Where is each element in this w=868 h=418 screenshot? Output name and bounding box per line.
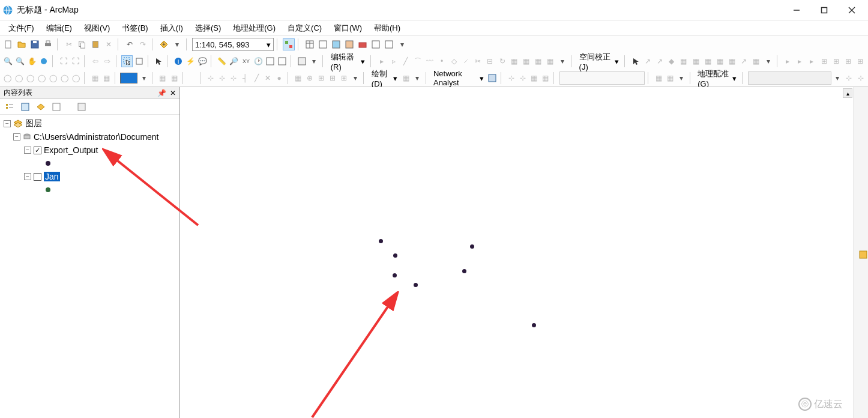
tool-icon[interactable]: ✕ xyxy=(263,72,273,84)
tool-icon[interactable]: ▦ xyxy=(529,72,539,84)
measure-icon[interactable]: 📏 xyxy=(217,55,228,67)
copy-icon[interactable] xyxy=(76,38,88,50)
list-by-visibility-icon[interactable] xyxy=(35,101,47,113)
pointer-icon[interactable] xyxy=(153,55,164,67)
na-input[interactable] xyxy=(559,71,645,85)
html-popup-icon[interactable]: 💬 xyxy=(197,55,208,67)
tool-icon[interactable]: ◯ xyxy=(37,72,47,84)
adjust-tool-icon[interactable]: ▦ xyxy=(726,55,737,67)
rotate-icon[interactable]: ↻ xyxy=(496,55,507,67)
options-icon[interactable] xyxy=(76,101,88,113)
menu-edit[interactable]: 编辑(E) xyxy=(40,22,78,35)
tool-icon[interactable] xyxy=(330,38,342,50)
close-button[interactable] xyxy=(838,1,866,19)
cut-icon[interactable]: ✂ xyxy=(63,38,75,50)
line-tool-icon[interactable]: ╱ xyxy=(400,55,411,67)
edit-tool-icon[interactable]: ▸ xyxy=(376,55,387,67)
fixed-zoom-in-icon[interactable]: ⛶ xyxy=(58,55,69,67)
menu-window[interactable]: 窗口(W) xyxy=(328,22,368,35)
tool-icon[interactable]: ◯ xyxy=(71,72,81,84)
identify-icon[interactable]: i xyxy=(173,55,184,67)
tool-icon[interactable]: ⊞ xyxy=(831,55,842,67)
adjust-tool-icon[interactable]: ▦ xyxy=(702,55,713,67)
tool-icon[interactable]: ▦ xyxy=(169,72,179,84)
map-feature-point[interactable] xyxy=(414,283,418,287)
open-icon[interactable] xyxy=(16,38,28,50)
tool-icon[interactable]: ⊹ xyxy=(506,72,516,84)
na-window-icon[interactable] xyxy=(487,72,498,84)
sketch-icon[interactable]: ▦ xyxy=(521,55,532,67)
pin-icon[interactable]: 📌 xyxy=(157,89,166,97)
tool-icon[interactable]: ⊞ xyxy=(327,72,337,84)
minimize-button[interactable] xyxy=(783,1,810,19)
tool-icon[interactable]: ◯ xyxy=(2,72,13,84)
full-extent-icon[interactable] xyxy=(38,55,49,67)
viewer-icon[interactable] xyxy=(277,55,288,67)
dropdown-icon[interactable]: ▾ xyxy=(833,72,843,84)
select-tool-icon[interactable] xyxy=(630,55,641,67)
map-feature-point[interactable] xyxy=(462,269,466,273)
map-feature-point[interactable] xyxy=(393,253,397,258)
collapse-icon[interactable]: − xyxy=(4,120,11,127)
dropdown-icon[interactable]: ▾ xyxy=(309,55,319,67)
dropdown-icon[interactable]: ▾ xyxy=(396,38,408,50)
tool-icon[interactable] xyxy=(343,38,355,50)
zoom-out-icon[interactable]: 🔍 xyxy=(14,55,25,67)
layer-checkbox[interactable] xyxy=(34,147,41,154)
tool-icon[interactable]: ▦ xyxy=(665,72,675,84)
menu-customize[interactable]: 自定义(C) xyxy=(282,22,328,35)
tool-icon[interactable]: ▦ xyxy=(293,72,303,84)
tool-icon[interactable]: ● xyxy=(274,72,285,84)
edit-vertices-icon[interactable]: ◇ xyxy=(448,55,459,67)
collapse-icon[interactable]: − xyxy=(24,173,31,180)
undo-icon[interactable]: ↶ xyxy=(124,38,136,50)
save-icon[interactable] xyxy=(29,38,41,50)
list-by-selection-icon[interactable] xyxy=(50,101,62,113)
collapse-icon[interactable]: − xyxy=(13,133,20,141)
time-slider-icon[interactable]: 🕑 xyxy=(253,55,264,67)
tool-icon[interactable]: ▸ xyxy=(794,55,805,67)
hyperlink-icon[interactable]: ⚡ xyxy=(185,55,196,67)
editor-menu[interactable]: 编辑器(R) ▾ xyxy=(328,52,367,71)
dropdown-icon[interactable]: ▾ xyxy=(350,72,360,84)
clear-selection-icon[interactable] xyxy=(134,55,145,67)
fixed-zoom-out-icon[interactable]: ⛶ xyxy=(70,55,81,67)
tool-icon[interactable]: ▦ xyxy=(101,72,112,84)
tool-icon[interactable]: ⊕ xyxy=(304,72,315,84)
trace-tool-icon[interactable]: 〰 xyxy=(424,55,435,67)
tool-icon[interactable] xyxy=(317,38,329,50)
redo-icon[interactable]: ↷ xyxy=(137,38,149,50)
prev-extent-icon[interactable]: ⇦ xyxy=(90,55,101,67)
adjust-tool-icon[interactable]: ◆ xyxy=(666,55,677,67)
dropdown-icon[interactable]: ▾ xyxy=(677,72,687,84)
tool-icon[interactable]: ▦ xyxy=(540,72,550,84)
tool-icon[interactable]: ◯ xyxy=(25,72,35,84)
tool-icon[interactable]: ┤ xyxy=(240,72,250,84)
tool-icon[interactable]: ⊹ xyxy=(228,72,238,84)
menu-file[interactable]: 文件(F) xyxy=(2,22,40,35)
list-by-source-icon[interactable] xyxy=(19,101,31,113)
delete-icon[interactable]: ✕ xyxy=(103,38,115,50)
tool-icon[interactable]: ▦ xyxy=(90,72,100,84)
cut-poly-icon[interactable]: ✂ xyxy=(472,55,483,67)
tool-icon[interactable]: ▦ xyxy=(157,72,167,84)
map-feature-point[interactable] xyxy=(470,244,474,249)
tool-icon[interactable]: ⊹ xyxy=(217,72,227,84)
tool-icon[interactable]: ╱ xyxy=(252,72,262,84)
tree-root[interactable]: − 图层 xyxy=(0,117,179,130)
tool-icon[interactable]: ▦ xyxy=(401,72,411,84)
dropdown-icon[interactable]: ▾ xyxy=(557,55,568,67)
draw-menu[interactable]: 绘制(D) ▾ xyxy=(369,68,400,88)
georef-layer-input[interactable] xyxy=(748,71,831,85)
network-analyst-menu[interactable]: Network Analyst ▾ xyxy=(431,69,486,87)
adjust-tool-icon[interactable]: ↗ xyxy=(654,55,665,67)
map-feature-point[interactable] xyxy=(532,323,536,327)
edit-tool-icon[interactable]: ▹ xyxy=(388,55,399,67)
tool-icon[interactable]: ⊞ xyxy=(316,72,326,84)
find-icon[interactable]: 🔎 xyxy=(229,55,240,67)
tool-icon[interactable]: ⊹ xyxy=(855,72,866,84)
chevron-down-icon[interactable]: ▾ xyxy=(139,72,149,84)
tool-icon[interactable]: ◯ xyxy=(48,72,58,84)
next-extent-icon[interactable]: ⇨ xyxy=(102,55,113,67)
tool-icon[interactable] xyxy=(370,38,382,50)
